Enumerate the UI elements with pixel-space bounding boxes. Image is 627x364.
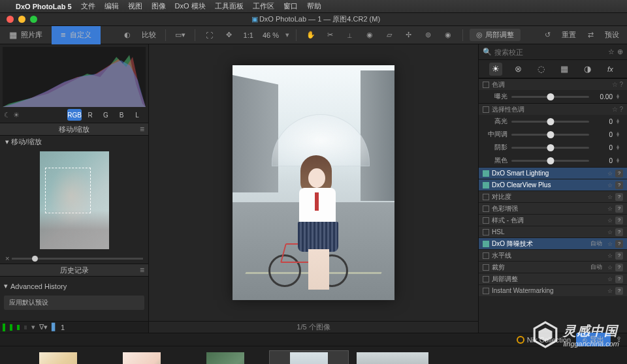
channel-l[interactable]: L xyxy=(130,109,144,121)
section-对比度[interactable]: 对比度☆? xyxy=(479,190,627,202)
panel-history[interactable]: 历史记录≡ xyxy=(0,264,148,277)
thumbnail[interactable]: ★★★★★原图1.dng xyxy=(18,350,98,365)
target-icon: ◎ xyxy=(476,31,483,39)
tab-library[interactable]: ▦照片库 xyxy=(0,26,52,44)
section-dxo-降噪技术[interactable]: DxO 降噪技术自动☆? xyxy=(479,237,627,249)
section-instant-watermarking[interactable]: Instant Watermarking☆? xyxy=(479,284,627,296)
menu-panels[interactable]: 工具面板 xyxy=(215,1,244,11)
compare-toggle[interactable]: ◐ xyxy=(120,28,135,42)
collapse-icon[interactable]: × xyxy=(5,254,9,262)
link-icon[interactable]: ⊕ xyxy=(617,48,623,56)
section-dxo-smart-lighting[interactable]: DxO Smart Lighting☆? xyxy=(479,167,627,179)
watermark-icon[interactable]: fx xyxy=(603,63,617,76)
move-tool-icon[interactable]: ✥ xyxy=(221,28,237,42)
share-icon[interactable]: ⇪ xyxy=(616,335,622,344)
crop-tool-icon[interactable]: ✂ xyxy=(323,28,338,42)
window-zoom[interactable] xyxy=(30,16,37,23)
section-色彩增强[interactable]: 色彩增强☆? xyxy=(479,202,627,214)
zoom-dropdown-icon[interactable]: ▾ xyxy=(285,31,289,39)
geometry-icon[interactable]: ▦ xyxy=(558,63,571,76)
slider-3[interactable]: 黑色0▴▾ xyxy=(479,154,627,167)
main-toolbar: ▦照片库 ≡自定义 ◐ 比较 ▭▾ ⛶ ✥ 1:1 46 % ▾ ✋ ✂ ⟂ ◉… xyxy=(0,26,627,44)
group-selective-tone[interactable]: 选择性色调☆ ? xyxy=(479,103,627,115)
canvas[interactable] xyxy=(149,44,478,321)
preview-eye-icon[interactable]: ◉ xyxy=(440,28,456,42)
left-panel: ☾ ☀ RGB R G B L 移动/缩放≡ ▾ 移动/缩放 × 历史记录≡ ▾… xyxy=(0,44,149,333)
menu-window[interactable]: 窗口 xyxy=(283,1,298,11)
local-adjustments-button[interactable]: ◎局部调整 xyxy=(470,29,521,41)
thumbnail[interactable]: ★★★★★原图3.CR2 xyxy=(185,350,265,365)
window-title: ▣DxO PhotoLab — 1 — 原图4.CR2 (M) xyxy=(44,14,588,24)
correction-category-row: ☀ ⊗ ◌ ▦ ◑ fx xyxy=(479,60,627,78)
document-icon: ▣ xyxy=(251,15,258,23)
nik-collection-button[interactable]: Nik Collection xyxy=(517,336,571,344)
slider-2[interactable]: 阴影0▴▾ xyxy=(479,141,627,154)
slider-0[interactable]: 高光0▴▾ xyxy=(479,115,627,128)
nik-ring-icon xyxy=(517,336,524,344)
menu-workspace[interactable]: 工作区 xyxy=(253,1,274,11)
menu-image[interactable]: 图像 xyxy=(152,1,166,11)
compare-label[interactable]: 比较 xyxy=(139,30,159,40)
history-advanced[interactable]: ▾Advanced History xyxy=(4,279,144,293)
whitebalance-icon[interactable]: ◉ xyxy=(362,28,378,42)
export-button[interactable]: ⎋导出 xyxy=(576,333,611,346)
thumbnail[interactable]: ★★★★★原图2.CR2 xyxy=(102,350,182,365)
menu-edit[interactable]: 编辑 xyxy=(104,1,119,11)
section-hsl[interactable]: HSL☆? xyxy=(479,226,627,237)
history-item[interactable]: 应用默认预设 xyxy=(4,296,144,310)
preset-label[interactable]: 预设 xyxy=(602,30,622,40)
zoom-ratio[interactable]: 1:1 xyxy=(241,31,256,39)
panel-move-zoom[interactable]: 移动/缩放≡ xyxy=(0,123,148,136)
folder-count: 1 xyxy=(61,324,65,331)
navigator-preview[interactable] xyxy=(0,147,148,253)
color-icon[interactable]: ⊗ xyxy=(512,63,525,76)
reset-icon[interactable]: ↺ xyxy=(539,28,555,42)
group-tone[interactable]: 色调☆ ? xyxy=(479,78,627,90)
local-icon[interactable]: ◑ xyxy=(581,63,594,76)
tab-customize[interactable]: ≡自定义 xyxy=(52,26,101,44)
preset-icon[interactable]: ⇄ xyxy=(583,28,598,42)
channel-b[interactable]: B xyxy=(114,109,129,121)
window-close[interactable] xyxy=(7,16,14,23)
menu-help[interactable]: 帮助 xyxy=(307,1,321,11)
menu-view[interactable]: 视图 xyxy=(128,1,142,11)
thumbnail[interactable]: ★★★★★原图4.CR2 xyxy=(269,350,349,365)
section-水平线[interactable]: 水平线☆? xyxy=(479,249,627,261)
menu-dxomodules[interactable]: DxO 模块 xyxy=(175,1,206,11)
section-裁剪[interactable]: 裁剪自动☆? xyxy=(479,261,627,273)
reset-label[interactable]: 重置 xyxy=(559,30,579,40)
section-局部调整[interactable]: 局部调整☆? xyxy=(479,273,627,284)
chevron-icon[interactable]: ▾ xyxy=(31,323,35,331)
search-input[interactable] xyxy=(494,48,605,56)
section-dxo-clearview-plus[interactable]: DxO ClearView Plus☆? xyxy=(479,179,627,190)
hand-tool-icon[interactable]: ✋ xyxy=(303,28,319,42)
filter-icon[interactable]: ∇▾ xyxy=(39,323,48,331)
channel-g[interactable]: G xyxy=(99,109,113,121)
perspective-icon[interactable]: ▱ xyxy=(381,28,397,42)
chevron-down-icon[interactable]: ▾ xyxy=(5,138,9,146)
thumbnail[interactable]: ★★★★★原图5.CR2 xyxy=(353,350,432,365)
light-icon[interactable]: ☀ xyxy=(489,63,502,76)
slider-1[interactable]: 中间调0▴▾ xyxy=(479,128,627,141)
panel-menu-icon[interactable]: ≡ xyxy=(140,265,144,275)
slider-exposure[interactable]: 曝光 0.00▴▾ xyxy=(479,90,627,103)
screen-layout[interactable]: ▭▾ xyxy=(172,28,188,42)
window-minimize[interactable] xyxy=(18,16,25,23)
repair-icon[interactable]: ✢ xyxy=(401,28,417,42)
channel-r[interactable]: R xyxy=(83,109,97,121)
detail-icon[interactable]: ◌ xyxy=(535,63,548,76)
redeye-icon[interactable]: ⊚ xyxy=(421,28,436,42)
star-icon[interactable]: ☆ xyxy=(608,48,615,56)
shadow-clip-icon[interactable]: ☾ xyxy=(4,111,10,119)
section-样式---色调[interactable]: 样式 - 色调☆? xyxy=(479,214,627,226)
menu-file[interactable]: 文件 xyxy=(81,1,95,11)
straighten-icon[interactable]: ⟂ xyxy=(342,28,358,42)
panel-menu-icon[interactable]: ≡ xyxy=(140,125,144,134)
zoom-percent[interactable]: 46 % xyxy=(260,31,281,39)
fit-icon[interactable]: ⛶ xyxy=(202,28,217,42)
window-titlebar: ▣DxO PhotoLab — 1 — 原图4.CR2 (M) xyxy=(0,13,627,26)
channel-rgb[interactable]: RGB xyxy=(67,109,82,121)
app-name[interactable]: DxO PhotoLab 5 xyxy=(16,3,72,10)
folder-icon[interactable]: ▋ xyxy=(52,323,57,331)
highlight-clip-icon[interactable]: ☀ xyxy=(13,111,20,119)
